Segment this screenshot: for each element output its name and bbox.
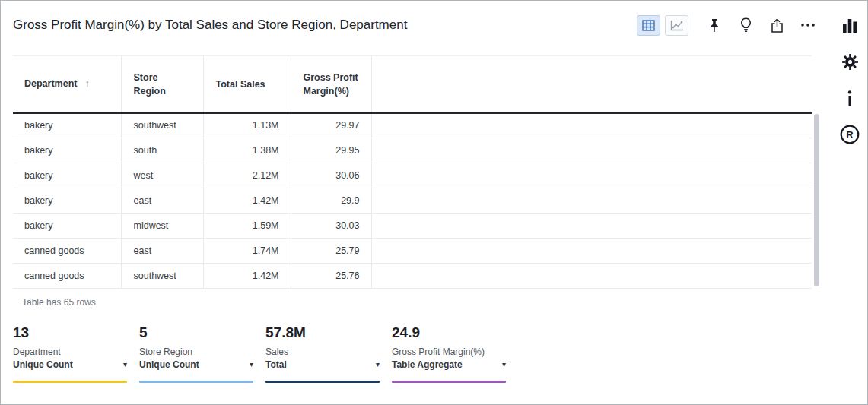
table-cell: 1.42M [203,188,291,214]
sort-ascending-icon[interactable]: ↑ [84,78,90,89]
column-header-label: Department [24,78,77,89]
table-cell: east [121,239,203,264]
pin-to-dashboard-button[interactable] [704,14,725,36]
table-cell: south [121,138,203,163]
table-cell: 25.76 [291,264,371,289]
table-row: bakerymidwest1.59M30.03 [13,214,812,239]
table-cell: midwest [121,214,203,239]
export-button[interactable] [766,14,787,36]
table-cell: southwest [121,113,203,138]
table-cell-empty [371,264,812,289]
summary-label: Store Region [139,346,253,357]
table-cell: 2.12M [203,163,291,188]
summary-card: 24.9Gross Profit Margin(%)Table Aggregat… [392,324,506,383]
table-row: bakerysouthwest1.13M29.97 [13,113,812,138]
table-cell-empty [371,239,812,264]
caret-down-icon: ▾ [250,361,253,369]
page-title: Gross Profit Margin(%) by Total Sales an… [13,17,407,33]
chart-type-button[interactable] [840,15,860,35]
summary-label: Department [13,346,127,357]
summary-card: 5Store RegionUnique Count▾ [139,324,253,383]
top-bar: Gross Profit Margin(%) by Total Sales an… [1,1,867,49]
table-cell-empty [371,163,812,188]
table-cell: bakery [13,113,121,138]
caret-down-icon: ▾ [376,361,380,369]
table-cell: southwest [121,264,203,289]
column-header-store-region[interactable]: Store Region [121,56,203,113]
aggregation-dropdown[interactable]: Unique Count▾ [139,359,253,370]
summary-card: 13DepartmentUnique Count▾ [13,324,127,383]
table-row: canned goodseast1.74M25.79 [13,239,812,264]
line-chart-icon [670,20,684,31]
table-row: bakerywest2.12M30.06 [13,163,812,188]
view-toggle-group [637,15,688,36]
lightbulb-icon [740,17,752,33]
table-cell-empty [371,214,812,239]
table-cell-empty [371,138,812,163]
row-count-note: Table has 65 rows [22,297,855,308]
table-cell: 1.74M [203,239,291,264]
table-header-row: Department↑ Store Region Total Sales Gro… [13,56,812,113]
table-cell: 1.38M [203,138,291,163]
table-cell: 29.9 [291,188,371,214]
column-header-label: Gross Profit Margin(%) [304,72,358,97]
table-grid-icon [642,20,655,31]
summary-color-bar [265,381,380,383]
ellipsis-icon [800,23,816,27]
summary-label: Sales [265,346,380,357]
more-options-button[interactable] [797,14,819,36]
table-cell: 25.79 [291,239,371,264]
summary-value: 13 [13,324,127,341]
chart-view-button[interactable] [665,15,688,36]
column-header-label: Total Sales [216,79,265,90]
table-cell: canned goods [13,239,121,264]
result-table-container: Department↑ Store Region Total Sales Gro… [13,55,855,289]
summary-color-bar [392,381,506,383]
table-cell: 1.59M [203,214,291,239]
table-row: bakerysouth1.38M29.95 [13,138,812,163]
toolbar [637,14,819,36]
table-row: canned goodssouthwest1.42M25.76 [13,264,812,289]
table-cell: bakery [13,188,121,214]
table-cell: bakery [13,214,121,239]
summary-cards: 13DepartmentUnique Count▾5Store RegionUn… [13,324,855,383]
table-cell: 30.03 [291,214,371,239]
table-cell-empty [371,188,812,214]
table-body: bakerysouthwest1.13M29.97bakerysouth1.38… [13,113,812,289]
aggregation-label: Unique Count [13,359,73,370]
aggregation-dropdown[interactable]: Table Aggregate▾ [392,359,506,370]
table-row: bakeryeast1.42M29.9 [13,188,812,214]
table-cell: 1.13M [203,113,291,138]
table-cell: east [121,188,203,214]
column-header-gross-profit-margin[interactable]: Gross Profit Margin(%) [291,56,371,113]
column-header-label: Store Region [134,72,166,97]
table-cell: 29.95 [291,138,371,163]
table-cell: 29.97 [291,113,371,138]
column-header-department[interactable]: Department↑ [13,56,121,113]
aggregation-dropdown[interactable]: Total▾ [265,359,380,370]
caret-down-icon: ▾ [502,361,506,369]
pushpin-icon [708,18,720,33]
table-cell-empty [371,113,812,138]
aggregation-label: Total [265,359,287,370]
summary-card: 57.8MSalesTotal▾ [265,324,380,383]
chart-explorer-window: Gross Profit Margin(%) by Total Sales an… [0,0,868,405]
bar-chart-icon [842,18,857,33]
column-header-empty [371,56,812,113]
table-cell: 1.42M [203,264,291,289]
table-scrollbar[interactable] [814,114,819,286]
table-cell: 30.06 [291,163,371,188]
aggregation-label: Unique Count [139,359,199,370]
aggregation-label: Table Aggregate [392,359,463,370]
table-cell: canned goods [13,264,121,289]
caret-down-icon: ▾ [123,361,127,369]
insights-button[interactable] [735,14,756,36]
table-cell: bakery [13,138,121,163]
aggregation-dropdown[interactable]: Unique Count▾ [13,359,127,370]
summary-label: Gross Profit Margin(%) [392,346,506,357]
summary-value: 57.8M [265,324,380,341]
summary-color-bar [139,381,253,383]
table-view-button[interactable] [637,15,660,36]
summary-value: 24.9 [392,324,506,341]
column-header-total-sales[interactable]: Total Sales [203,56,291,113]
